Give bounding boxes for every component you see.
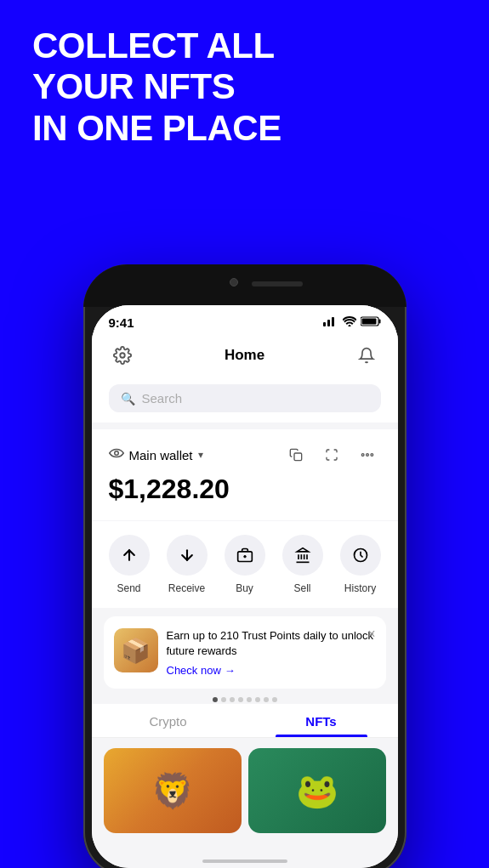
buy-icon-circle (225, 535, 265, 576)
dot-1 (213, 697, 218, 702)
sell-label: Sell (293, 582, 310, 594)
home-indicator (202, 859, 287, 863)
nft-card-1[interactable]: 🦁 (104, 748, 242, 833)
eye-icon (109, 447, 124, 462)
nft-card-2[interactable]: 🐸 (248, 748, 386, 833)
search-icon: 🔍 (121, 392, 135, 406)
phone-top-bar (83, 264, 407, 307)
more-options-button[interactable] (354, 441, 381, 468)
svg-rect-0 (323, 322, 326, 326)
search-bar: 🔍 Search (92, 379, 398, 423)
tab-nfts[interactable]: NFTs (245, 704, 398, 737)
dot-6 (255, 697, 260, 702)
svg-point-6 (120, 353, 125, 358)
signal-icon (323, 316, 338, 329)
phone-camera (230, 278, 238, 286)
svg-point-9 (366, 454, 368, 457)
header-title: Home (225, 347, 264, 364)
svg-marker-22 (297, 548, 308, 552)
wallet-section: Main wallet ▾ (92, 429, 398, 520)
battery-icon (361, 316, 381, 329)
svg-rect-1 (327, 320, 330, 326)
wallet-label-row[interactable]: Main wallet ▾ (109, 447, 203, 462)
history-button[interactable]: History (340, 535, 381, 594)
receive-button[interactable]: Receive (167, 535, 208, 594)
history-label: History (344, 582, 376, 594)
banner-link-text: Check now (167, 664, 221, 677)
svg-point-7 (114, 451, 118, 456)
sell-button[interactable]: Sell (282, 535, 323, 594)
history-icon-circle (340, 535, 381, 576)
send-button[interactable]: Send (109, 535, 150, 594)
tab-crypto-label: Crypto (149, 714, 186, 729)
wallet-name: Main wallet (129, 448, 193, 462)
phone-frame: 9:41 (83, 264, 407, 868)
dot-4 (238, 697, 243, 702)
buy-button[interactable]: Buy (225, 535, 265, 594)
phone-screen: 9:41 (92, 305, 398, 868)
app-header: Home (92, 335, 398, 379)
dot-3 (230, 697, 235, 702)
wallet-balance: $1,228.20 (109, 474, 381, 505)
buy-label: Buy (236, 582, 253, 594)
banner-content: Earn up to 210 Trust Points daily to unl… (167, 628, 376, 677)
sell-icon-circle (282, 535, 323, 576)
search-input-wrapper[interactable]: 🔍 Search (109, 384, 381, 412)
receive-label: Receive (168, 582, 205, 594)
banner-section: 📦 Earn up to 210 Trust Points daily to u… (104, 616, 386, 689)
receive-icon-circle (167, 535, 208, 576)
svg-point-10 (371, 454, 373, 457)
tab-nfts-label: NFTs (305, 714, 336, 729)
tab-crypto[interactable]: Crypto (92, 704, 245, 737)
nft-preview: 🦁 🐸 (92, 738, 398, 843)
chevron-down-icon: ▾ (198, 449, 203, 461)
search-placeholder: Search (142, 391, 183, 406)
status-bar: 9:41 (92, 305, 398, 335)
tabs-section: Crypto NFTs (92, 704, 398, 738)
status-time: 9:41 (109, 315, 134, 330)
hero-headline: COLLECT ALL YOUR NFTS IN ONE PLACE (32, 26, 281, 149)
phone-speaker (252, 281, 303, 286)
wallet-row: Main wallet ▾ (109, 441, 381, 468)
banner-link[interactable]: Check now → (167, 664, 376, 677)
arrow-right-icon: → (225, 664, 236, 677)
wallet-action-icons (282, 441, 381, 468)
action-buttons: Send Receive Buy (92, 521, 398, 608)
banner-image: 📦 (114, 628, 158, 672)
banner-dots (92, 697, 398, 702)
dot-8 (272, 697, 277, 702)
copy-button[interactable] (282, 441, 310, 468)
settings-button[interactable] (109, 342, 136, 369)
expand-button[interactable] (318, 441, 345, 468)
svg-point-11 (361, 454, 364, 457)
send-label: Send (117, 582, 140, 594)
notifications-button[interactable] (353, 342, 380, 369)
dot-7 (264, 697, 269, 702)
dot-2 (221, 697, 226, 702)
svg-rect-5 (361, 319, 376, 325)
banner-close-button[interactable]: × (367, 627, 375, 642)
svg-rect-2 (332, 317, 334, 326)
banner-text: Earn up to 210 Trust Points daily to unl… (167, 628, 376, 659)
svg-rect-8 (294, 453, 302, 461)
dot-5 (247, 697, 252, 702)
send-icon-circle (109, 535, 150, 576)
svg-rect-4 (378, 320, 380, 324)
status-icons (323, 316, 381, 329)
wifi-icon (343, 316, 356, 329)
